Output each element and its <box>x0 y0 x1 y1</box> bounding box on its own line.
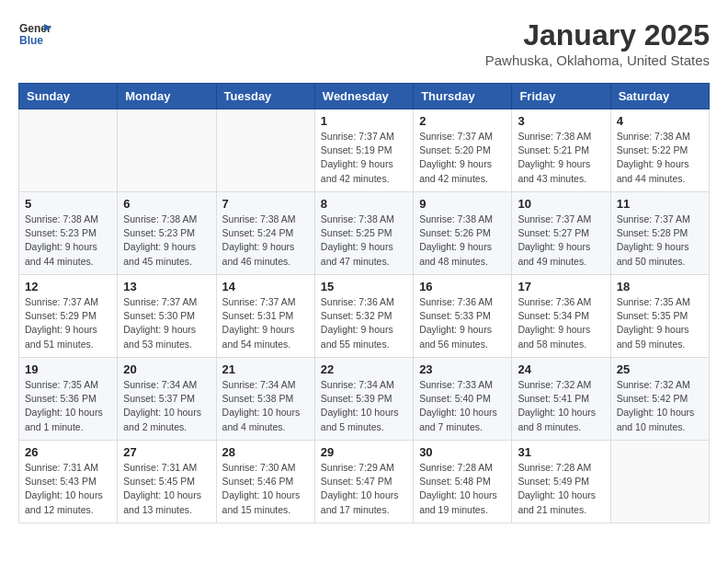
day-number: 17 <box>518 280 604 293</box>
day-info: Sunrise: 7:38 AM Sunset: 5:23 PM Dayligh… <box>25 213 111 269</box>
day-number: 14 <box>222 280 309 293</box>
calendar-week-row: 26Sunrise: 7:31 AM Sunset: 5:43 PM Dayli… <box>19 441 710 523</box>
calendar-cell: 11Sunrise: 7:37 AM Sunset: 5:28 PM Dayli… <box>610 192 709 275</box>
day-info: Sunrise: 7:37 AM Sunset: 5:31 PM Dayligh… <box>222 295 309 351</box>
day-number: 26 <box>25 445 111 459</box>
day-number: 15 <box>321 280 407 293</box>
calendar-cell: 23Sunrise: 7:33 AM Sunset: 5:40 PM Dayli… <box>414 358 512 441</box>
day-info: Sunrise: 7:37 AM Sunset: 5:19 PM Dayligh… <box>321 130 407 186</box>
day-info: Sunrise: 7:37 AM Sunset: 5:20 PM Dayligh… <box>419 130 506 186</box>
day-number: 6 <box>123 197 210 211</box>
day-number: 5 <box>25 197 111 211</box>
calendar-week-row: 12Sunrise: 7:37 AM Sunset: 5:29 PM Dayli… <box>19 275 710 358</box>
calendar-cell: 14Sunrise: 7:37 AM Sunset: 5:31 PM Dayli… <box>216 275 314 358</box>
svg-text:Blue: Blue <box>19 34 43 47</box>
day-number: 13 <box>123 280 210 293</box>
calendar-week-row: 5Sunrise: 7:38 AM Sunset: 5:23 PM Daylig… <box>19 192 710 275</box>
day-number: 8 <box>321 197 407 211</box>
day-info: Sunrise: 7:28 AM Sunset: 5:49 PM Dayligh… <box>518 461 604 517</box>
day-info: Sunrise: 7:37 AM Sunset: 5:29 PM Dayligh… <box>25 295 111 351</box>
weekday-header-wednesday: Wednesday <box>314 84 413 109</box>
calendar-cell: 6Sunrise: 7:38 AM Sunset: 5:23 PM Daylig… <box>118 192 216 275</box>
day-number: 18 <box>617 280 703 293</box>
day-number: 1 <box>321 114 407 128</box>
day-info: Sunrise: 7:35 AM Sunset: 5:36 PM Dayligh… <box>25 378 111 434</box>
day-number: 11 <box>617 197 703 211</box>
day-number: 24 <box>518 362 604 376</box>
calendar-cell: 9Sunrise: 7:38 AM Sunset: 5:26 PM Daylig… <box>414 192 512 275</box>
day-info: Sunrise: 7:37 AM Sunset: 5:30 PM Dayligh… <box>123 295 210 351</box>
weekday-header-row: SundayMondayTuesdayWednesdayThursdayFrid… <box>19 84 710 109</box>
weekday-header-sunday: Sunday <box>19 84 118 109</box>
day-number: 7 <box>222 197 309 211</box>
day-number: 22 <box>321 362 407 376</box>
calendar-cell: 26Sunrise: 7:31 AM Sunset: 5:43 PM Dayli… <box>19 441 118 523</box>
day-info: Sunrise: 7:30 AM Sunset: 5:46 PM Dayligh… <box>222 461 309 517</box>
calendar-cell: 17Sunrise: 7:36 AM Sunset: 5:34 PM Dayli… <box>512 275 610 358</box>
title-block: January 2025 Pawhuska, Oklahoma, United … <box>485 18 710 68</box>
day-info: Sunrise: 7:38 AM Sunset: 5:23 PM Dayligh… <box>123 213 210 269</box>
calendar-location: Pawhuska, Oklahoma, United States <box>485 52 710 68</box>
day-info: Sunrise: 7:31 AM Sunset: 5:43 PM Dayligh… <box>25 461 111 517</box>
day-number: 3 <box>518 114 604 128</box>
calendar-cell: 8Sunrise: 7:38 AM Sunset: 5:25 PM Daylig… <box>314 192 413 275</box>
calendar-cell: 21Sunrise: 7:34 AM Sunset: 5:38 PM Dayli… <box>216 358 314 441</box>
day-number: 10 <box>518 197 604 211</box>
day-info: Sunrise: 7:35 AM Sunset: 5:35 PM Dayligh… <box>617 295 703 351</box>
calendar-cell: 3Sunrise: 7:38 AM Sunset: 5:21 PM Daylig… <box>512 109 610 192</box>
calendar-cell: 16Sunrise: 7:36 AM Sunset: 5:33 PM Dayli… <box>414 275 512 358</box>
calendar-cell: 1Sunrise: 7:37 AM Sunset: 5:19 PM Daylig… <box>314 109 413 192</box>
day-number: 21 <box>222 362 309 376</box>
day-number: 28 <box>222 445 309 459</box>
day-number: 2 <box>419 114 506 128</box>
calendar-cell <box>610 441 709 523</box>
day-info: Sunrise: 7:33 AM Sunset: 5:40 PM Dayligh… <box>419 378 506 434</box>
calendar-cell: 13Sunrise: 7:37 AM Sunset: 5:30 PM Dayli… <box>118 275 216 358</box>
day-number: 29 <box>321 445 407 459</box>
weekday-header-monday: Monday <box>118 84 216 109</box>
logo-icon: General Blue <box>18 18 51 52</box>
calendar-cell: 10Sunrise: 7:37 AM Sunset: 5:27 PM Dayli… <box>512 192 610 275</box>
calendar-cell: 15Sunrise: 7:36 AM Sunset: 5:32 PM Dayli… <box>314 275 413 358</box>
calendar-cell: 29Sunrise: 7:29 AM Sunset: 5:47 PM Dayli… <box>314 441 413 523</box>
calendar-cell: 28Sunrise: 7:30 AM Sunset: 5:46 PM Dayli… <box>216 441 314 523</box>
day-info: Sunrise: 7:32 AM Sunset: 5:41 PM Dayligh… <box>518 378 604 434</box>
day-number: 30 <box>419 445 506 459</box>
day-info: Sunrise: 7:38 AM Sunset: 5:24 PM Dayligh… <box>222 213 309 269</box>
calendar-cell <box>216 109 314 192</box>
day-info: Sunrise: 7:36 AM Sunset: 5:32 PM Dayligh… <box>321 295 407 351</box>
calendar-title: January 2025 <box>485 18 710 52</box>
calendar-week-row: 1Sunrise: 7:37 AM Sunset: 5:19 PM Daylig… <box>19 109 710 192</box>
day-info: Sunrise: 7:38 AM Sunset: 5:26 PM Dayligh… <box>419 213 506 269</box>
day-info: Sunrise: 7:31 AM Sunset: 5:45 PM Dayligh… <box>123 461 210 517</box>
calendar-cell: 24Sunrise: 7:32 AM Sunset: 5:41 PM Dayli… <box>512 358 610 441</box>
calendar-cell: 20Sunrise: 7:34 AM Sunset: 5:37 PM Dayli… <box>118 358 216 441</box>
calendar-cell: 30Sunrise: 7:28 AM Sunset: 5:48 PM Dayli… <box>414 441 512 523</box>
calendar-table: SundayMondayTuesdayWednesdayThursdayFrid… <box>18 83 710 523</box>
day-number: 23 <box>419 362 506 376</box>
day-info: Sunrise: 7:36 AM Sunset: 5:34 PM Dayligh… <box>518 295 604 351</box>
calendar-cell <box>118 109 216 192</box>
calendar-cell: 19Sunrise: 7:35 AM Sunset: 5:36 PM Dayli… <box>19 358 118 441</box>
calendar-cell <box>19 109 118 192</box>
day-info: Sunrise: 7:32 AM Sunset: 5:42 PM Dayligh… <box>617 378 703 434</box>
day-info: Sunrise: 7:38 AM Sunset: 5:25 PM Dayligh… <box>321 213 407 269</box>
calendar-cell: 12Sunrise: 7:37 AM Sunset: 5:29 PM Dayli… <box>19 275 118 358</box>
calendar-cell: 27Sunrise: 7:31 AM Sunset: 5:45 PM Dayli… <box>118 441 216 523</box>
day-number: 27 <box>123 445 210 459</box>
day-info: Sunrise: 7:34 AM Sunset: 5:37 PM Dayligh… <box>123 378 210 434</box>
day-info: Sunrise: 7:37 AM Sunset: 5:27 PM Dayligh… <box>518 213 604 269</box>
calendar-cell: 4Sunrise: 7:38 AM Sunset: 5:22 PM Daylig… <box>610 109 709 192</box>
calendar-cell: 2Sunrise: 7:37 AM Sunset: 5:20 PM Daylig… <box>414 109 512 192</box>
weekday-header-friday: Friday <box>512 84 610 109</box>
logo: General Blue <box>18 18 51 52</box>
calendar-cell: 31Sunrise: 7:28 AM Sunset: 5:49 PM Dayli… <box>512 441 610 523</box>
day-info: Sunrise: 7:28 AM Sunset: 5:48 PM Dayligh… <box>419 461 506 517</box>
day-info: Sunrise: 7:36 AM Sunset: 5:33 PM Dayligh… <box>419 295 506 351</box>
day-number: 31 <box>518 445 604 459</box>
day-number: 12 <box>25 280 111 293</box>
day-info: Sunrise: 7:29 AM Sunset: 5:47 PM Dayligh… <box>321 461 407 517</box>
weekday-header-saturday: Saturday <box>610 84 709 109</box>
calendar-cell: 25Sunrise: 7:32 AM Sunset: 5:42 PM Dayli… <box>610 358 709 441</box>
calendar-cell: 5Sunrise: 7:38 AM Sunset: 5:23 PM Daylig… <box>19 192 118 275</box>
